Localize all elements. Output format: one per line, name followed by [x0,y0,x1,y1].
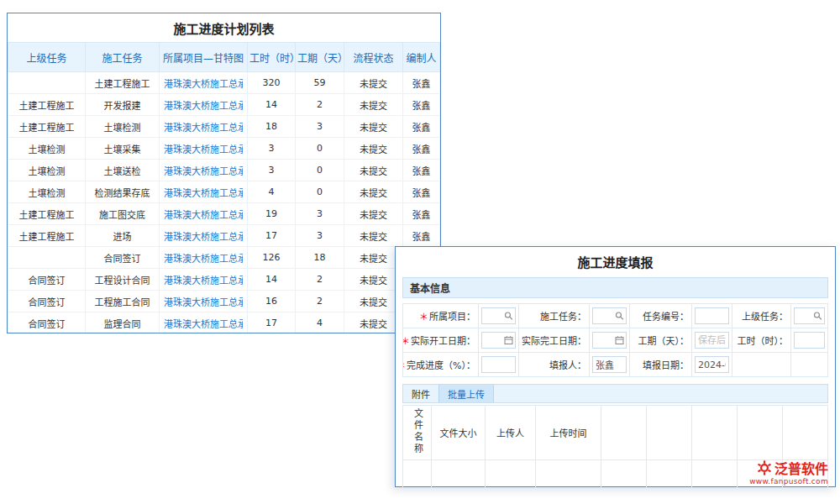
status-badge: 未提交 [344,291,403,312]
progress-input[interactable] [481,356,516,373]
parent-task-cell: 土建工程施工 [8,94,86,116]
compiler-cell: 张鑫 [403,138,440,160]
compiler-cell: 张鑫 [403,72,440,94]
days-cell: 0 [296,181,344,203]
actual-start-field-cell [479,328,519,353]
project-link[interactable]: 港珠澳大桥施工总承... [164,207,243,221]
empty-header-cell [692,406,738,460]
project-link[interactable]: 港珠澳大桥施工总承... [164,142,243,155]
days-cell: 2 [296,94,344,116]
required-mark: ＊ [419,309,428,323]
empty-header-cell [601,406,647,460]
project-link[interactable]: 港珠澳大桥施工总承... [164,164,243,177]
days-cell: 2 [296,269,344,291]
table-row[interactable]: 合同签订 工程设计合同 港珠澳大桥施工总承... 14 2 未提交 [8,269,440,291]
table-row[interactable]: 土建工程施工 施工图交底 港珠澳大桥施工总承... 19 3 未提交 张鑫 [8,203,440,225]
task-cell: 合同签订 [86,247,160,269]
task-cell: 施工图交底 [86,203,160,225]
status-badge: 未提交 [344,312,403,334]
hours-cell: 14 [248,94,296,116]
table-row[interactable]: 土建工程施工 土壤检测 港珠澳大桥施工总承... 18 3 未提交 张鑫 [8,116,440,138]
parent-task-cell: 土壤检测 [8,138,86,160]
required-mark: ＊ [519,333,521,347]
hours-cell: 320 [248,72,296,94]
hours-cell: 17 [248,225,296,247]
empty-header-cell [647,406,692,460]
table-row[interactable]: 合同签订 监理合同 港珠澳大桥施工总承... 17 4 未提交 [8,312,440,334]
days-cell: 0 [296,160,344,181]
hours-cell: 4 [248,181,296,203]
task-no-field-cell [692,304,732,328]
search-icon[interactable] [615,312,624,321]
search-icon[interactable] [504,312,513,321]
parent-task-cell: 土壤检测 [8,181,86,203]
project-link[interactable]: 港珠澳大桥施工总承... [164,295,243,308]
status-badge: 未提交 [344,160,403,181]
task-cell: 监理合同 [86,312,160,334]
days-cell: 0 [296,138,344,160]
hours-cell: 16 [248,291,296,312]
hours-cell: 3 [248,160,296,181]
parent-task-field-cell [791,304,828,328]
table-row[interactable]: 合同签订 工程施工合同 港珠澳大桥施工总承... 16 2 未提交 [8,291,440,312]
hours-input[interactable] [794,332,825,349]
report-date-input[interactable] [695,356,729,373]
tab-batch-upload[interactable]: 批量上传 [438,385,494,402]
actual-finish-label: ＊ 实际完工日期： [519,328,590,353]
hours-cell: 18 [248,116,296,138]
parent-task-cell: 土壤检测 [8,160,86,181]
col-compiler: 编制人 [403,43,440,72]
task-cell: 土壤采集 [86,138,160,160]
table-row[interactable]: 土壤检测 土壤送检 港珠澳大桥施工总承... 3 0 未提交 张鑫 [8,160,440,181]
empty-header-cell [738,406,783,460]
project-link[interactable]: 港珠澳大桥施工总承... [164,273,243,286]
project-link[interactable]: 港珠澳大桥施工总承... [164,98,243,112]
parent-task-cell [8,72,86,94]
project-link[interactable]: 港珠澳大桥施工总承... [164,76,243,90]
days-cell: 3 [296,116,344,138]
duration-input[interactable] [695,332,729,349]
empty-cell [732,353,791,377]
project-cell: 港珠澳大桥施工总承... [160,312,248,334]
page-title: 施工进度计划列表 [8,13,440,42]
reporter-label: 填报人： [519,353,590,377]
vendor-logo: 泛普软件 www.fanpusoft.com [749,460,828,486]
project-cell: 港珠澳大桥施工总承... [160,247,248,269]
reporter-input[interactable] [592,356,627,373]
gear-logo-icon [757,460,772,479]
calendar-icon[interactable] [504,336,513,345]
table-row[interactable]: 土壤检测 检测结果存底 港珠澳大桥施工总承... 4 0 未提交 张鑫 [8,181,440,203]
project-link[interactable]: 港珠澳大桥施工总承... [164,251,243,265]
hours-label: 工时（时）： [732,328,791,353]
reporter-field-cell [590,353,630,377]
task-cell: 工程设计合同 [86,269,160,291]
table-row[interactable]: 土建工程施工 进场 港珠澳大桥施工总承... 17 3 未提交 张鑫 [8,225,440,247]
task-cell: 开发报建 [86,94,160,116]
col-file-name: 文件名称 [403,406,432,460]
task-no-input[interactable] [695,307,729,324]
project-link[interactable]: 港珠澳大桥施工总承... [164,229,243,243]
table-row[interactable]: 合同签订 港珠澳大桥施工总承... 126 18 未提交 [8,247,440,269]
task-label: 施工任务： [519,304,590,328]
col-hours: 工时（时） [248,43,296,72]
project-link[interactable]: 港珠澳大桥施工总承... [164,186,243,199]
col-days: 工期（天） [296,43,344,72]
task-cell: 土建工程施工 [86,72,160,94]
compiler-cell: 张鑫 [403,203,440,225]
project-link[interactable]: 港珠澳大桥施工总承... [164,120,243,134]
project-link[interactable]: 港珠澳大桥施工总承... [164,317,243,330]
progress-form-window: 施工进度填报 基本信息 ＊ 所属项目： 施工任务： [395,246,836,487]
tab-attachment[interactable]: 附件 [403,385,438,402]
table-row[interactable]: 土建工程施工 港珠澳大桥施工总承... 320 59 未提交 张鑫 [8,72,440,94]
calendar-icon[interactable] [615,336,624,345]
search-icon[interactable] [813,312,822,321]
status-badge: 未提交 [344,116,403,138]
project-cell: 港珠澳大桥施工总承... [160,94,248,116]
table-row[interactable]: 土建工程施工 开发报建 港珠澳大桥施工总承... 14 2 未提交 张鑫 [8,94,440,116]
project-cell: 港珠澳大桥施工总承... [160,291,248,312]
empty-cell [791,353,828,377]
required-mark: ＊ [403,333,410,347]
status-badge: 未提交 [344,94,403,116]
table-row[interactable]: 土壤检测 土壤采集 港珠澳大桥施工总承... 3 0 未提交 张鑫 [8,138,440,160]
task-field-cell [590,304,630,328]
